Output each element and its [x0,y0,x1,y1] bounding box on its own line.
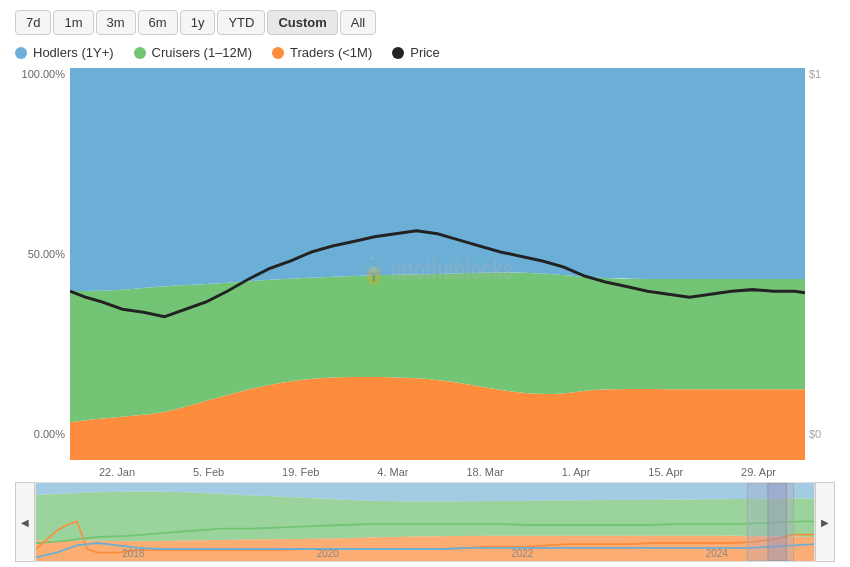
price-dot [392,47,404,59]
x-axis: 22. Jan 5. Feb 19. Feb 4. Mar 18. Mar 1.… [15,466,835,478]
x-label-2: 19. Feb [282,466,319,478]
scroll-handle-grip[interactable] [768,483,786,561]
btn-1y[interactable]: 1y [180,10,216,35]
y-label-mid: 50.00% [28,248,65,260]
watermark-text: 🔒 intotheblocke [362,254,514,286]
btn-3m[interactable]: 3m [96,10,136,35]
btn-1m[interactable]: 1m [53,10,93,35]
x-label-6: 15. Apr [648,466,683,478]
x-label-5: 1. Apr [562,466,591,478]
btn-custom[interactable]: Custom [267,10,337,35]
cruisers-label: Cruisers (1–12M) [152,45,252,60]
main-chart-svg: 🔒 intotheblocke [70,68,805,460]
y-axis-left: 100.00% 50.00% 0.00% [15,68,70,460]
legend-price: Price [392,45,440,60]
legend-hodlers: Hodlers (1Y+) [15,45,114,60]
x-label-0: 22. Jan [99,466,135,478]
y-label-bot: 0.00% [34,428,65,440]
chart-legend: Hodlers (1Y+) Cruisers (1–12M) Traders (… [15,45,835,60]
y-label-top: 100.00% [22,68,65,80]
btn-all[interactable]: All [340,10,376,35]
x-label-7: 29. Apr [741,466,776,478]
legend-cruisers: Cruisers (1–12M) [134,45,252,60]
scroll-right-btn[interactable]: ▶ [815,482,835,562]
traders-label: Traders (<1M) [290,45,372,60]
time-range-selector: 7d 1m 3m 6m 1y YTD Custom All [15,10,835,35]
price-label-bot: $0 [809,428,821,440]
main-chart-container: 100.00% 50.00% 0.00% 🔒 intotheblocke [15,68,835,460]
hodlers-label: Hodlers (1Y+) [33,45,114,60]
page-container: 7d 1m 3m 6m 1y YTD Custom All Hodlers (1… [0,0,850,567]
legend-traders: Traders (<1M) [272,45,372,60]
scroll-left-btn[interactable]: ◀ [15,482,35,562]
price-label: Price [410,45,440,60]
mini-chart[interactable]: 2018 2020 2022 2024 [35,482,815,562]
x-label-1: 5. Feb [193,466,224,478]
mini-chart-container: ◀ [15,482,835,562]
hodlers-dot [15,47,27,59]
y-axis-right: $1 $0 [805,68,835,460]
price-label-top: $1 [809,68,821,80]
main-chart: 🔒 intotheblocke [70,68,805,460]
x-label-3: 4. Mar [377,466,408,478]
mini-chart-svg [36,483,814,561]
cruisers-dot [134,47,146,59]
traders-dot [272,47,284,59]
chart-wrapper: 100.00% 50.00% 0.00% 🔒 intotheblocke [15,68,835,562]
x-label-4: 18. Mar [466,466,503,478]
btn-6m[interactable]: 6m [138,10,178,35]
btn-7d[interactable]: 7d [15,10,51,35]
btn-ytd[interactable]: YTD [217,10,265,35]
